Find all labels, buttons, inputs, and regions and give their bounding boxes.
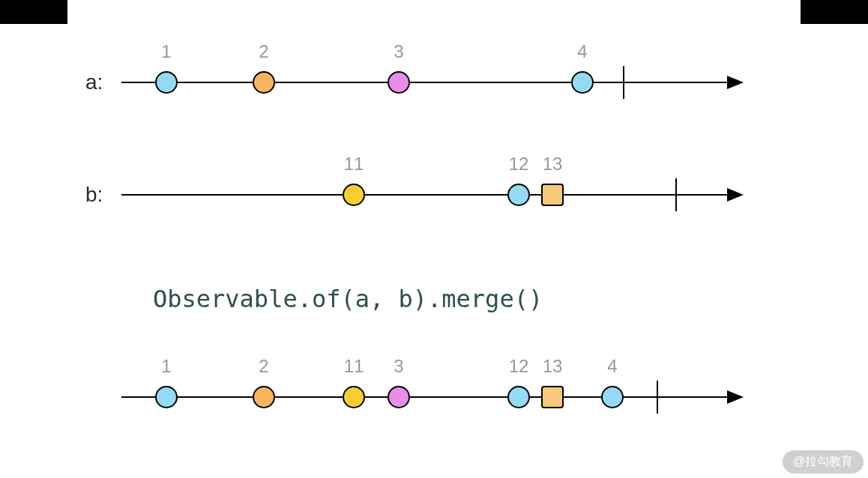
operator-text: Observable.of(a, b).merge() [153, 285, 543, 313]
marble-a-2: 2 [253, 71, 275, 94]
complete-marker [657, 381, 658, 414]
marble-label: 1 [161, 356, 171, 377]
complete-marker [675, 178, 677, 211]
arrow-icon [727, 390, 744, 404]
timeline-label-b: b: [85, 183, 103, 207]
marble-label: 2 [259, 41, 268, 62]
marble-label: 1 [161, 41, 171, 62]
marble-result-11: 11 [343, 386, 365, 408]
marble-b-12: 12 [507, 184, 530, 206]
arrow-icon [727, 188, 744, 202]
marble-label: 13 [543, 356, 563, 377]
marble-label: 3 [394, 41, 403, 62]
marble-result-3: 3 [388, 386, 410, 408]
marble-label: 11 [344, 356, 364, 377]
marble-result-12: 12 [507, 386, 530, 408]
timeline-b: b:111213 [121, 172, 744, 217]
timeline-label-a: a: [85, 70, 103, 94]
marble-label: 3 [394, 356, 403, 377]
marble-a-1: 1 [155, 71, 178, 94]
marble-label: 11 [344, 154, 364, 175]
timeline-result: 1211312134 [121, 375, 744, 420]
timeline-line [121, 82, 729, 83]
complete-marker [623, 66, 624, 99]
arrow-icon [727, 76, 744, 89]
watermark-badge: @拉勾教育 [783, 450, 864, 474]
marble-label: 12 [509, 356, 529, 377]
timeline-line [121, 396, 729, 398]
marble-label: 4 [607, 356, 617, 377]
marble-result-4: 4 [601, 386, 624, 408]
marble-b-13: 13 [541, 184, 564, 206]
marble-label: 13 [543, 154, 563, 175]
marble-result-13: 13 [541, 386, 564, 408]
timeline-a: a:1234 [121, 60, 744, 105]
marble-label: 4 [577, 41, 587, 62]
marble-label: 2 [259, 356, 268, 377]
marble-diagram: a:1234b:1112131211312134 [0, 0, 868, 478]
marble-result-1: 1 [155, 386, 178, 408]
marble-a-3: 3 [388, 71, 410, 94]
marble-b-11: 11 [343, 184, 365, 206]
timeline-line [121, 194, 729, 196]
marble-a-4: 4 [571, 71, 594, 94]
marble-result-2: 2 [253, 386, 275, 408]
marble-label: 12 [509, 154, 529, 175]
